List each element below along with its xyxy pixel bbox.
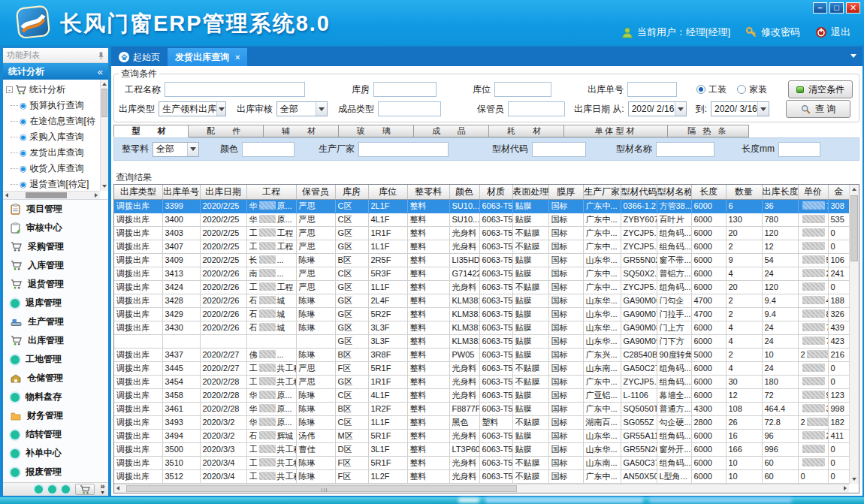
- sidebar-item-5[interactable]: 退库管理: [3, 294, 108, 312]
- tree-hscroll-thumb[interactable]: [26, 192, 67, 198]
- profile-code-input[interactable]: [532, 142, 586, 157]
- material-tab-0[interactable]: 型 材: [113, 125, 189, 137]
- col-header-3[interactable]: 工程: [246, 185, 296, 199]
- maximize-button[interactable]: □: [829, 2, 844, 14]
- scroll-up-icon[interactable]: [102, 83, 107, 86]
- date-from-select[interactable]: 2020/ 2/16: [628, 101, 687, 116]
- logout-button[interactable]: 退出: [815, 26, 850, 39]
- sidebar-section-statistics[interactable]: 统计分析 «: [3, 63, 108, 80]
- tree-item-0[interactable]: ◉预算执行查询: [6, 98, 100, 113]
- search-button[interactable]: 查 询: [786, 100, 850, 118]
- col-header-13[interactable]: 型材代码: [621, 185, 657, 199]
- col-header-9[interactable]: 材质: [479, 185, 512, 199]
- tree-vertical-scrollbar[interactable]: [100, 80, 108, 191]
- col-header-8[interactable]: 颜色: [449, 185, 479, 199]
- collapse-icon[interactable]: «: [98, 66, 103, 77]
- tree-collapse-icon[interactable]: -: [6, 86, 13, 93]
- teal-circle-icon[interactable]: [48, 485, 56, 493]
- length-input[interactable]: [778, 142, 820, 157]
- table-row[interactable]: G区3L3F整料KLM38176063-T5贴膜国标山东华...GA90M09.…: [114, 334, 850, 348]
- close-button[interactable]: ✕: [846, 2, 860, 14]
- sidebar-item-9[interactable]: 仓储管理: [3, 369, 108, 388]
- table-row[interactable]: 调拨出库35102020/3/4工共工程陈琳F区5R1F整料光身料6063-T5…: [114, 456, 850, 469]
- table-row[interactable]: 调拨出库34582020/2/28华原...陈琳C区4L1F整料光身料6063-…: [114, 388, 850, 402]
- scroll-down-icon[interactable]: [102, 185, 107, 188]
- keeper-input[interactable]: [508, 101, 565, 116]
- col-header-16[interactable]: 数量: [726, 185, 762, 199]
- table-row[interactable]: 调拨出库34292020/2/26石城陈琳G区5R2F整料KLM38176063…: [114, 307, 850, 321]
- material-tab-2[interactable]: 辅 材: [264, 125, 339, 137]
- tab-home[interactable]: 起始页: [111, 48, 168, 66]
- outbound-type-select[interactable]: 生产领料出库: [159, 101, 226, 116]
- grid-vscroll-thumb[interactable]: [850, 195, 858, 261]
- tree-item-2[interactable]: ◉采购入库查询: [6, 129, 100, 145]
- tree-horizontal-scrollbar[interactable]: [3, 191, 100, 199]
- table-row[interactable]: 调拨出库34032020/2/25工工程严思G区1R1F整料光身料6063-T5…: [114, 226, 850, 240]
- table-row[interactable]: 调拨出库33992020/2/25华原...严思C区2L1F整料SU10...6…: [114, 199, 850, 213]
- color-input[interactable]: [242, 142, 295, 157]
- whole-part-select[interactable]: 全部: [153, 142, 199, 157]
- col-header-12[interactable]: 生产厂家: [583, 185, 621, 199]
- sidebar-item-7[interactable]: 出库管理: [3, 331, 108, 350]
- tree-vscroll-thumb[interactable]: [101, 89, 107, 117]
- col-header-6[interactable]: 库位: [368, 185, 407, 199]
- tree-item-5[interactable]: ◉退货查询[待定]: [6, 177, 100, 191]
- sidebar-item-8[interactable]: 工地管理: [3, 350, 108, 369]
- table-row[interactable]: 调拨出库34072020/2/25工工程严思G区1L1F整料光身料6063-T5…: [114, 240, 850, 253]
- col-header-2[interactable]: 出库日期: [200, 185, 246, 199]
- table-row[interactable]: 调拨出库34942020/3/2石辉城汤伟M区5R1F整料光身料6063-T5贴…: [114, 429, 850, 442]
- col-header-4[interactable]: 保管员: [296, 185, 335, 199]
- material-tab-5[interactable]: 耗 材: [489, 125, 564, 137]
- sidebar-item-1[interactable]: 审核中心: [3, 219, 108, 237]
- material-tab-1[interactable]: 配 件: [189, 125, 264, 137]
- sidebar-item-13[interactable]: 补单中心: [3, 444, 108, 463]
- scroll-down-icon[interactable]: [852, 478, 856, 481]
- scroll-left-icon[interactable]: [5, 193, 8, 198]
- col-header-5[interactable]: 库房: [335, 185, 368, 199]
- sidebar-item-0[interactable]: 项目管理: [3, 200, 108, 219]
- teal-circle-icon[interactable]: [35, 485, 43, 493]
- grid-horizontal-scrollbar[interactable]: [114, 484, 849, 493]
- grid-vertical-scrollbar[interactable]: [849, 185, 859, 484]
- table-row[interactable]: 调拨出库34132020/2/26南...严思C区5R3F整料G71422606…: [114, 267, 850, 280]
- manufacturer-input[interactable]: [358, 142, 449, 157]
- sidebar-item-12[interactable]: 结转管理: [3, 425, 108, 444]
- warehouse-input[interactable]: [373, 82, 437, 97]
- scroll-up-icon[interactable]: [852, 188, 856, 191]
- pin-icon[interactable]: [98, 51, 104, 60]
- audit-select[interactable]: 全部: [276, 101, 328, 116]
- col-header-17[interactable]: 出库长度: [762, 185, 798, 199]
- material-tab-4[interactable]: 成 品: [414, 125, 489, 137]
- tree-item-1[interactable]: ◉在途信息查询[待: [6, 113, 100, 129]
- sidebar-item-2[interactable]: 采购管理: [3, 237, 108, 256]
- table-row[interactable]: 调拨出库35122020/3/4工共工程陈琳F区1L2F整料光身料6063-T5…: [114, 469, 850, 483]
- order-no-input[interactable]: [627, 82, 677, 97]
- date-to-select[interactable]: 2020/ 3/16: [711, 101, 769, 116]
- location-input[interactable]: [494, 82, 551, 97]
- table-row[interactable]: 调拨出库34452020/2/27工共工程严思F区5R1F整料光身料6063-T…: [114, 361, 850, 375]
- sidebar-item-6[interactable]: 生产管理: [3, 312, 108, 331]
- teal-circle-icon[interactable]: [62, 485, 70, 493]
- change-password-button[interactable]: 修改密码: [745, 26, 800, 39]
- cart-overflow-button[interactable]: [75, 484, 95, 495]
- col-header-1[interactable]: 出库单号: [162, 185, 200, 199]
- col-header-11[interactable]: 膜厚: [548, 185, 583, 199]
- table-row[interactable]: 调拨出库34002020/2/25华原...严思C区4L1F整料SU10...6…: [114, 213, 850, 226]
- tree-root-statistics[interactable]: -统计分析: [6, 82, 100, 98]
- table-row[interactable]: 调拨出库34302020/2/26石城陈琳G区3L3F整料KLM38176063…: [114, 321, 850, 334]
- col-header-18[interactable]: 单价: [798, 185, 828, 199]
- scroll-right-icon[interactable]: [95, 193, 98, 198]
- material-tab-7[interactable]: 隔 热 条: [668, 125, 749, 137]
- sidebar-item-3[interactable]: 入库管理: [3, 256, 108, 275]
- col-header-0[interactable]: 出库类型: [114, 185, 162, 199]
- profile-name-input[interactable]: [656, 142, 714, 157]
- table-row[interactable]: 调拨出库35002020/3/3工共工程曹佳D区3L1F整料LT3P606063…: [114, 442, 850, 456]
- col-header-14[interactable]: 型材名称: [657, 185, 691, 199]
- sidebar-item-4[interactable]: 退货管理: [3, 275, 108, 294]
- table-row[interactable]: 调拨出库34612020/2/28华原...陈琳B区1R2F整料F8877FT6…: [114, 402, 850, 415]
- overflow-chevron[interactable]: »▼: [100, 484, 105, 495]
- sidebar-item-10[interactable]: 物料盘存: [3, 388, 108, 406]
- table-row[interactable]: 调拨出库34932020/3/2华原...陈琳C区1L1F整料黑色塑料不贴膜国标…: [114, 415, 850, 429]
- table-row[interactable]: 调拨出库34282020/2/26石城陈琳G区2L4F整料KLM38176063…: [114, 294, 850, 307]
- sidebar-item-11[interactable]: 财务管理: [3, 406, 108, 425]
